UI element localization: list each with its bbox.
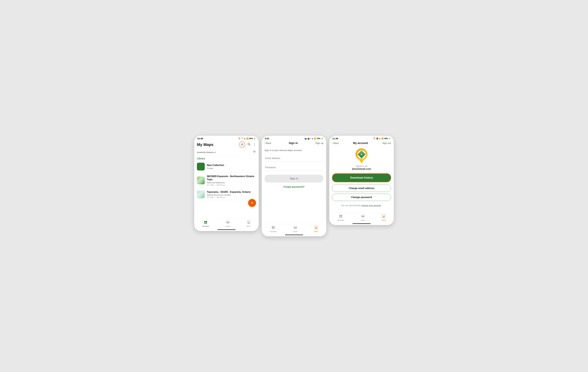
map-size-1: 15.7 MB <box>207 184 214 186</box>
map-meta-1: 15.7 MB • 348.83 km <box>207 184 256 186</box>
collection-name: New Collection <box>207 164 256 167</box>
change-password-button[interactable]: Change password <box>332 194 391 201</box>
svg-rect-3 <box>206 221 207 222</box>
sort-bar: Sorted By Distance ▾ <box>194 149 259 156</box>
nav-my-maps-2[interactable]: My Maps <box>270 226 277 232</box>
nav-layers-1[interactable]: Layers <box>225 221 230 227</box>
nav-my-maps-label-3: My Maps <box>337 219 344 221</box>
collection-item[interactable]: New Collection 3 maps <box>194 161 259 173</box>
add-button[interactable]: + <box>248 199 256 207</box>
status-time-1: 10:48 <box>197 137 203 140</box>
layers-nav-icon-3 <box>361 214 365 219</box>
battery-icon-1: 🔋 <box>253 138 256 140</box>
map-item-2[interactable]: Toporama - 041I05 - Espanola, Ontario Na… <box>194 188 259 201</box>
bottom-nav-3: My Maps Layers <box>329 213 394 222</box>
forgot-password-button[interactable]: Forgot password? <box>264 186 324 188</box>
map-thumbnail-2 <box>197 191 205 198</box>
layers-icon-1 <box>226 221 230 224</box>
change-email-button[interactable]: Change email address <box>332 185 391 192</box>
my-account-title: My account <box>353 141 368 145</box>
svg-rect-10 <box>339 215 341 216</box>
remove-account-text: You can permanently remove your account … <box>341 204 382 207</box>
svg-rect-12 <box>339 217 341 218</box>
nav-layers-3[interactable]: Layers <box>360 214 366 221</box>
home-indicator-1 <box>194 228 259 231</box>
status-icons-2: 📷 🎬 • ▲ 📶 75% 🔋 <box>304 138 323 140</box>
svg-rect-7 <box>273 226 274 228</box>
battery-icon-2: 🔋 <box>321 138 323 140</box>
map-name-2: Toporama - 041I05 - Espanola, Ontario <box>207 191 256 194</box>
signout-button[interactable]: Sign out <box>382 142 391 145</box>
nav-layers-2[interactable]: Layers <box>293 226 298 232</box>
store-nav-icon-2 <box>314 226 318 230</box>
collection-sub: 3 maps <box>207 167 256 170</box>
remove-account-link[interactable]: remove your account <box>361 204 381 207</box>
layers-icon-3 <box>361 214 365 218</box>
screens-container: 10:48 ⏰ 📍 ▲ 📶 90% 🔋 My Maps <box>194 136 394 236</box>
svg-rect-6 <box>272 226 273 228</box>
home-indicator-2 <box>262 233 326 236</box>
map-item-1[interactable]: NEON09 Espanola - Northeastern Ontario T… <box>194 173 259 188</box>
wifi-icon-2: ▲ <box>312 138 313 140</box>
back-label-3: Back <box>333 142 339 145</box>
home-bar-2 <box>285 234 303 235</box>
back-button-3[interactable]: ‹ Back <box>332 142 339 145</box>
back-label-2: Back <box>266 142 271 145</box>
avatar-button[interactable] <box>239 141 245 148</box>
password-input[interactable] <box>264 164 324 171</box>
dot-sep-1: • <box>215 184 215 186</box>
alarm-icon: ⏰ <box>238 138 241 140</box>
battery-text-1: 90% <box>249 138 253 140</box>
map-grid-icon-2 <box>271 226 275 229</box>
map-list: New Collection 3 maps NEON09 Espanola - … <box>194 161 259 201</box>
signin-prompt: Sign in to your Avenza Maps account <box>264 149 324 151</box>
signup-button[interactable]: Sign up <box>315 142 324 145</box>
screen3-header: ‹ Back My account Sign out <box>329 140 394 146</box>
status-time-2: 2:01 <box>265 137 269 140</box>
battery-icon-3: 🔋 <box>388 138 391 140</box>
collection-info: New Collection 3 maps <box>207 164 256 170</box>
nav-store-1[interactable]: Store <box>247 221 251 227</box>
search-button[interactable] <box>247 142 251 147</box>
remove-text-prefix: You can permanently <box>341 204 361 207</box>
signed-in-email: jims@email.com <box>352 168 371 170</box>
logo-outer-circle: ➤ <box>356 148 368 161</box>
svg-rect-5 <box>206 223 207 224</box>
store-icon-2 <box>314 226 318 229</box>
svg-rect-4 <box>204 223 206 224</box>
nav-my-maps-label-1: My Maps <box>202 225 209 227</box>
screen2-header: ‹ Back Sign in Sign up <box>262 140 326 146</box>
camera-icon: 📷 <box>304 138 307 140</box>
layers-nav-icon-2 <box>294 226 297 230</box>
store-icon-1 <box>247 221 251 224</box>
map-info-1: NEON09 Espanola - Northeastern Ontario T… <box>207 175 256 186</box>
sort-label[interactable]: Sorted By Distance ▾ <box>197 151 216 153</box>
nav-my-maps-3[interactable]: My Maps <box>337 214 344 221</box>
signin-button[interactable]: Sign in <box>264 175 324 182</box>
my-maps-nav-icon-1 <box>204 221 208 225</box>
wifi-icon-3: ▲ <box>379 138 381 140</box>
back-button-2[interactable]: ‹ Back <box>264 142 271 145</box>
svg-rect-2 <box>204 221 206 222</box>
filter-button[interactable] <box>253 150 256 154</box>
logo-gem-shape: ➤ <box>357 150 366 159</box>
download-history-button[interactable]: Download history <box>332 173 391 182</box>
nav-my-maps-1[interactable]: My Maps <box>202 221 209 227</box>
nav-store-2[interactable]: Store <box>314 226 318 232</box>
dot-icon: • <box>310 138 311 140</box>
store-icon-3 <box>382 214 386 218</box>
nav-store-label-2: Store <box>314 231 318 232</box>
home-bar-1 <box>217 229 235 230</box>
remove-text-period: . <box>382 204 382 207</box>
wifi-icon: ▲ <box>244 138 246 140</box>
map-name-1: NEON09 Espanola - Northeastern Ontario T… <box>207 175 256 181</box>
logo-pin-point <box>359 160 364 163</box>
email-input[interactable] <box>264 155 324 161</box>
map-info-2: Toporama - 041I05 - Espanola, Ontario Na… <box>207 191 256 199</box>
more-button[interactable]: ⋮ <box>253 143 256 147</box>
nav-store-label-1: Store <box>247 225 251 227</box>
logo-inner-circle: ➤ <box>357 150 366 159</box>
mute-icon-3: 🔕 <box>376 138 378 140</box>
nav-store-3[interactable]: Store <box>382 214 386 221</box>
nav-layers-label-3: Layers <box>360 219 366 221</box>
